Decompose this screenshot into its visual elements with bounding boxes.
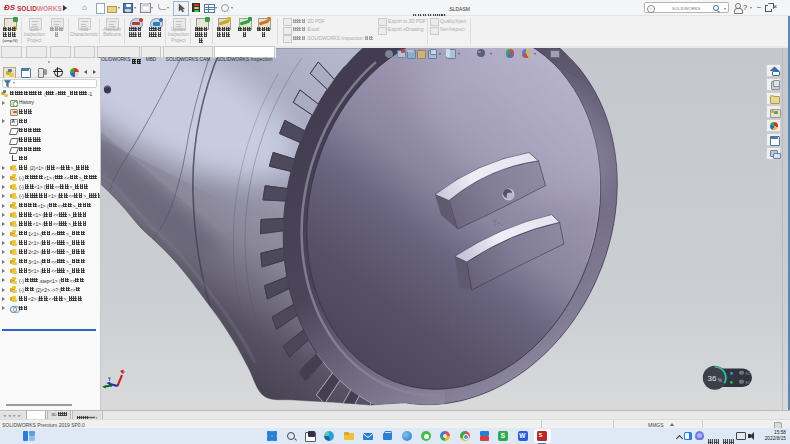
svg-text:36: 36 — [708, 374, 717, 383]
svg-text:KO: KO — [746, 381, 751, 385]
svg-text:KO: KO — [746, 372, 751, 376]
svg-text:%: % — [718, 378, 722, 383]
